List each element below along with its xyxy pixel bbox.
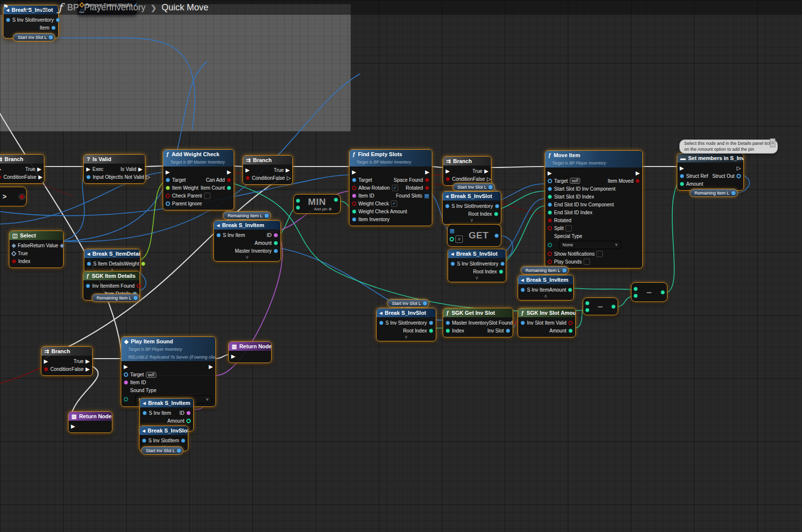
pin-s-inv-item[interactable]: [142, 411, 147, 415]
pin-end-slot-id-index[interactable]: [548, 210, 552, 215]
node-move-item[interactable]: ƒMove ItemTarget is BP Player Inventory▶…: [545, 150, 643, 268]
pin-inventory[interactable]: [429, 321, 433, 325]
enum-pin[interactable]: [548, 243, 552, 247]
input-pin[interactable]: [296, 199, 300, 203]
pin-exec[interactable]: ▶: [166, 170, 170, 174]
pin-check-parent[interactable]: [166, 194, 170, 198]
pin-exec[interactable]: ▶: [0, 167, 1, 171]
resize-handle-icon[interactable]: ◢: [345, 124, 349, 131]
pin-found-slots[interactable]: ▦: [424, 194, 429, 198]
pin-target[interactable]: [124, 372, 128, 377]
pin-item-moved[interactable]: [635, 179, 640, 183]
node-add-weight-check[interactable]: ƒAdd Weight CheckTarget is BP Master Inv…: [163, 149, 234, 210]
pin-show-notifications[interactable]: [548, 252, 552, 256]
pin-target[interactable]: [166, 178, 170, 182]
node-min[interactable]: MINAdd pin ⊕: [293, 194, 341, 214]
output-pin[interactable]: [334, 198, 338, 202]
nav-forward-icon[interactable]: →: [37, 0, 50, 14]
pin-return-value[interactable]: [59, 243, 65, 248]
local-var-pill-remaining-item-l-2[interactable]: Remaining Item L: [92, 294, 140, 302]
pin-exec[interactable]: ▶: [86, 167, 90, 171]
pin-s-inv-slot[interactable]: [142, 438, 146, 443]
index-pin[interactable]: [450, 237, 454, 241]
pin-item-id[interactable]: [352, 194, 356, 198]
local-var-pill-remaining-item-l-4[interactable]: Remaining Item L: [521, 266, 569, 274]
pin-id[interactable]: [186, 411, 191, 415]
pin-true[interactable]: ▶: [86, 359, 90, 364]
pin-end-slot-id-inv-component[interactable]: [548, 202, 552, 207]
output-pin[interactable]: [20, 195, 24, 199]
pin-condition[interactable]: [446, 177, 450, 181]
pin-input-object[interactable]: [86, 175, 91, 179]
blueprint-graph-editor[interactable]: ◢ ⇉Branch▶True▶ConditionFalse▶?Is Valid▶…: [0, 0, 802, 532]
expand-chevron[interactable]: ˅: [214, 256, 280, 261]
pill-output-pin[interactable]: [49, 35, 53, 39]
pin-allow-rotation[interactable]: [352, 186, 356, 190]
pin-index[interactable]: [446, 329, 450, 333]
pin-condition[interactable]: [0, 175, 1, 179]
pin-rotated[interactable]: [425, 186, 429, 190]
node-is-valid[interactable]: ?Is Valid▶ExecIs Valid▶Input ObjectIs No…: [83, 154, 145, 184]
add-pin-label[interactable]: Add pin ⊕: [302, 207, 332, 211]
pill-output-pin[interactable]: [177, 449, 181, 453]
pin-exec[interactable]: ▶: [548, 171, 552, 175]
pin-amount[interactable]: [568, 288, 572, 292]
checkbox[interactable]: [596, 251, 603, 257]
node-branch-4[interactable]: ⇉Branch▶True▶ConditionFalse▶: [41, 346, 93, 376]
pin-parent-ignore[interactable]: [166, 201, 170, 206]
pin-root-index[interactable]: [429, 329, 433, 333]
input-pin[interactable]: [585, 301, 590, 305]
pin-s-inv-item[interactable]: [216, 233, 221, 237]
pin-weight[interactable]: [141, 262, 145, 266]
pin-inventory[interactable]: [56, 18, 60, 22]
array-input-pin[interactable]: ▦: [450, 229, 463, 233]
pin-weight-check-amount[interactable]: [352, 209, 356, 214]
pin-exec[interactable]: ▶: [71, 424, 75, 429]
pin-item-count[interactable]: [227, 186, 231, 190]
pin-rotated[interactable]: [548, 218, 552, 223]
node-subtract-1[interactable]: –: [583, 298, 618, 315]
node-greater[interactable]: >: [0, 187, 27, 206]
pin-amount[interactable]: [568, 329, 573, 333]
pin-exec[interactable]: ▶: [446, 169, 450, 173]
pin-exec[interactable]: ▶: [245, 168, 249, 172]
pin-split[interactable]: [548, 226, 552, 231]
nav-back-icon[interactable]: ←: [21, 0, 34, 14]
pill-output-pin[interactable]: [732, 191, 735, 195]
pin-inventory[interactable]: [495, 204, 499, 208]
breadcrumb-blueprint-name[interactable]: BP_PlayerInventory: [67, 2, 145, 13]
node-set-members[interactable]: ▬Set members in S_InvItem▶▷Struct RefStr…: [677, 153, 744, 191]
pin-exec[interactable]: ▶: [44, 359, 48, 364]
expand-chevron[interactable]: ˅: [443, 219, 501, 224]
pill-output-pin[interactable]: [134, 296, 138, 300]
local-var-pill-start-inv-slot-l-2[interactable]: Start Inv Slot L: [453, 183, 495, 191]
local-var-pill-start-inv-slot-l-3[interactable]: Start Inv Slot L: [387, 299, 429, 307]
pin-exec[interactable]: ▷: [737, 166, 741, 170]
checkbox[interactable]: ✓: [391, 200, 397, 207]
node-play-item-sound[interactable]: ◈Play Item SoundTarget is BP Player Inve…: [121, 336, 216, 407]
output-pin[interactable]: [661, 290, 665, 295]
node-branch-2[interactable]: ⇉Branch▶True▶ConditionFalse▷: [243, 155, 293, 185]
pin-weight-check[interactable]: [352, 201, 356, 206]
pin-struct-ref[interactable]: [680, 174, 684, 178]
pin-master-inventory[interactable]: [274, 249, 278, 253]
checkbox[interactable]: ✓: [392, 185, 398, 191]
pin-s-inv-slot[interactable]: [451, 262, 455, 266]
input-pin[interactable]: [633, 287, 638, 291]
output-pin[interactable]: [494, 233, 499, 238]
pin-false[interactable]: ▷: [287, 176, 291, 180]
breadcrumb-graph-name[interactable]: Quick Move: [162, 2, 209, 13]
pill-output-pin[interactable]: [265, 214, 269, 218]
pin-s-inv-slot[interactable]: [379, 321, 384, 325]
index-value-box[interactable]: 0: [455, 235, 463, 243]
node-branch-3[interactable]: ⇉Branch▶True▶ConditionFalse▷: [443, 156, 491, 186]
pin-amount[interactable]: [186, 419, 191, 423]
pin-struct-out[interactable]: [736, 174, 741, 178]
checkbox[interactable]: [584, 259, 590, 265]
node-break-s-invitem-2[interactable]: ◂Break S_InvItemS Inv ItemAmount˄: [518, 275, 574, 300]
pin-condition[interactable]: [245, 176, 250, 180]
pin-true[interactable]: ▶: [286, 168, 290, 172]
pin-exec[interactable]: ▶: [209, 365, 213, 369]
pin-item-valid[interactable]: [568, 321, 573, 325]
output-pin[interactable]: [611, 304, 616, 309]
